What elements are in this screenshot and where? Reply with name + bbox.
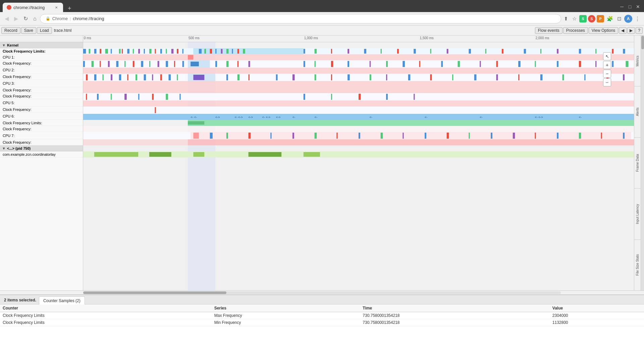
pid750-section-header[interactable]: ▼ <...> (pid 750) [0,145,83,151]
record-button[interactable]: Record [1,27,20,34]
cursor-tool-button[interactable]: ↖ [603,52,611,60]
new-tab-button[interactable]: + [65,5,74,12]
svg-rect-63 [158,61,159,67]
svg-rect-9 [122,49,123,54]
svg-rect-54 [83,61,85,67]
avatar-icon[interactable]: A [624,15,632,23]
svg-rect-97 [111,74,112,80]
minimize-icon[interactable]: ─ [619,3,625,10]
ext-s[interactable]: S [588,15,595,22]
svg-rect-51 [83,54,634,60]
cpu5-freq-label: Clock Frequency: [0,107,83,113]
ext-shield[interactable]: S [579,15,587,22]
svg-rect-129 [83,81,634,87]
svg-rect-145 [83,100,634,107]
svg-rect-78 [386,61,388,67]
file-size-label: File Size Stats [636,254,639,276]
kernel-section-header[interactable]: ▼ Kernel [0,42,83,48]
share-icon[interactable]: ⬆ [562,14,570,23]
trace-visualization: <- <- <-> <- <-> <-> <- <-> <-> <- <- <-… [83,42,634,290]
svg-rect-43 [502,49,503,54]
cell-counter: Clock Frequency Limits [0,319,212,326]
svg-rect-55 [92,61,94,67]
maximize-icon[interactable]: □ [627,3,633,10]
svg-rect-3 [89,49,90,54]
svg-rect-8 [119,49,121,54]
bookmark-icon[interactable]: ☆ [571,14,578,23]
counter-samples-tab[interactable]: Counter Samples (2) [39,296,85,304]
svg-rect-49 [612,49,613,54]
url-bar[interactable]: 🔒 Chrome | chrome://tracing [40,14,561,23]
reload-button[interactable]: ↻ [21,14,30,23]
right-panel-frame-data[interactable]: Frame Data [634,138,641,189]
svg-rect-168 [210,133,213,139]
svg-rect-45 [540,49,541,54]
trace-data-rows: <- <- <-> <- <-> <-> <- <-> <-> <- <- <-… [83,42,634,290]
svg-rect-195 [249,152,282,157]
zoom-out-tool-button[interactable]: − [603,70,611,78]
nav-question-button[interactable]: ? [636,27,643,34]
svg-rect-137 [152,94,154,100]
svg-rect-44 [524,49,526,54]
expand-tool-button[interactable]: ↔ [603,78,611,86]
ext-puzzle-icon[interactable]: 🧩 [605,14,614,23]
cell-counter: Clock Frequency Limits [0,312,212,319]
right-panel-input-latency[interactable]: Input Latency [634,189,641,239]
nav-left-button[interactable]: ◀ [619,27,627,34]
svg-rect-4 [94,49,97,54]
svg-rect-108 [226,74,228,80]
svg-rect-92 [83,68,634,74]
cpu4-freq-label: Clock Frequency: [0,93,83,99]
cpu7-freq-label: Clock Frequency: [0,139,83,145]
right-panel-metrics[interactable]: Metrics [634,36,641,86]
svg-rect-130 [83,87,634,93]
svg-rect-56 [100,61,101,67]
svg-rect-173 [315,133,317,139]
horizontal-scrollbar-thumb[interactable] [83,291,226,294]
svg-rect-183 [535,133,536,139]
svg-rect-35 [364,49,366,54]
back-button[interactable]: ◀ [3,14,11,23]
svg-rect-65 [174,61,175,67]
svg-text:<- <->: <- <-> [535,116,543,119]
svg-rect-86 [535,61,536,67]
svg-rect-114 [331,74,332,80]
view-options-button[interactable]: View Options [589,27,618,34]
nav-right-button[interactable]: ▶ [627,27,635,34]
svg-text:<-: <- [425,116,427,119]
flow-events-button[interactable]: Flow events [535,27,562,34]
svg-rect-126 [584,74,585,80]
load-button[interactable]: Load [37,27,52,34]
horizontal-scrollbar[interactable] [83,291,561,294]
svg-rect-89 [595,61,596,67]
ruler-0ms: 0 ms [83,36,91,40]
processes-button[interactable]: Processes [563,27,588,34]
save-button[interactable]: Save [21,27,36,34]
svg-rect-15 [155,49,156,54]
tab-close-icon[interactable]: ✕ [54,5,59,10]
svg-text:<-: <- [292,116,295,119]
menu-icon[interactable]: ⋮ [634,14,641,23]
right-panel-file-size[interactable]: File Size Stats [634,240,641,290]
svg-rect-12 [138,49,140,54]
svg-rect-7 [111,49,112,54]
zoom-in-tool-button[interactable]: + [603,61,611,69]
vertical-scrollbar[interactable] [641,36,644,290]
svg-rect-181 [491,133,492,139]
frame-data-label: Frame Data [636,154,639,172]
svg-rect-163 [188,121,204,125]
svg-rect-128 [623,74,625,80]
svg-text:<- <->: <- <-> [235,116,243,119]
scrollbar-thumb[interactable] [641,36,644,49]
home-button[interactable]: ⌂ [31,14,39,23]
svg-rect-144 [414,94,415,100]
svg-rect-192 [94,152,138,157]
forward-button[interactable]: ▶ [12,14,20,23]
ext-red[interactable]: P [597,15,604,22]
sidebar-icon[interactable]: ⊡ [616,14,623,23]
svg-rect-113 [315,74,316,80]
right-panel-alerts[interactable]: Alerts [634,86,641,137]
close-icon[interactable]: ✕ [635,3,641,10]
active-tab[interactable]: chrome://tracing ✕ [3,3,63,12]
pid750-label: <...> (pid 750) [7,146,31,150]
